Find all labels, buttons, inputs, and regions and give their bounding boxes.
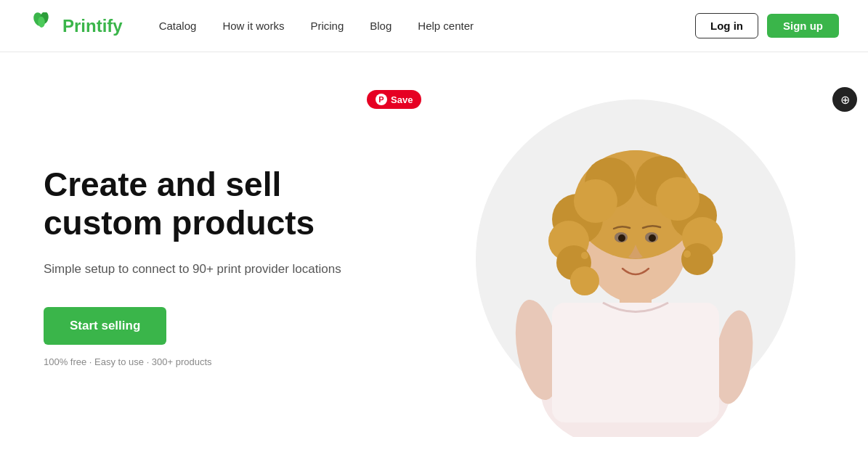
pinterest-save-label: Save	[391, 94, 413, 105]
signup-button[interactable]: Sign up	[767, 14, 839, 38]
start-selling-button[interactable]: Start selling	[44, 307, 166, 345]
nav-how-it-works[interactable]: How it works	[222, 20, 284, 32]
login-button[interactable]: Log in	[695, 13, 758, 38]
hero-subtitle: Simple setup to connect to 90+ print pro…	[44, 260, 421, 279]
hero-image-area	[421, 52, 839, 466]
nav-blog[interactable]: Blog	[370, 20, 392, 32]
navbar: Printify Catalog How it works Pricing Bl…	[0, 0, 868, 52]
nav-pricing[interactable]: Pricing	[310, 20, 344, 32]
search-lens-icon: ⊕	[840, 93, 850, 107]
svg-point-29	[581, 252, 588, 259]
svg-point-30	[684, 250, 691, 258]
search-lens-button[interactable]: ⊕	[832, 87, 857, 112]
hero-content: Create and sellcustom products Simple se…	[44, 151, 421, 367]
printify-logo-icon	[29, 12, 57, 40]
logo-link[interactable]: Printify	[29, 12, 123, 40]
brand-name: Printify	[62, 16, 123, 36]
hero-person-svg	[483, 89, 788, 437]
hero-person-figure	[472, 81, 799, 437]
hero-badges: 100% free · Easy to use · 300+ products	[44, 356, 421, 367]
svg-point-26	[618, 234, 625, 242]
pinterest-save-button[interactable]: P Save	[367, 90, 421, 109]
svg-point-21	[656, 177, 699, 221]
nav-help-center[interactable]: Help center	[418, 20, 474, 32]
svg-point-27	[649, 234, 656, 242]
svg-rect-28	[552, 303, 719, 422]
svg-point-13	[570, 266, 599, 295]
nav-catalog[interactable]: Catalog	[159, 20, 197, 32]
hero-section: P Save ⊕ Create and sellcustom products …	[0, 52, 868, 466]
pinterest-icon: P	[376, 94, 387, 105]
nav-actions: Log in Sign up	[695, 13, 839, 38]
hero-title: Create and sellcustom products	[44, 165, 421, 242]
nav-links: Catalog How it works Pricing Blog Help c…	[159, 20, 695, 32]
svg-point-16	[681, 243, 713, 275]
svg-point-20	[574, 179, 617, 223]
